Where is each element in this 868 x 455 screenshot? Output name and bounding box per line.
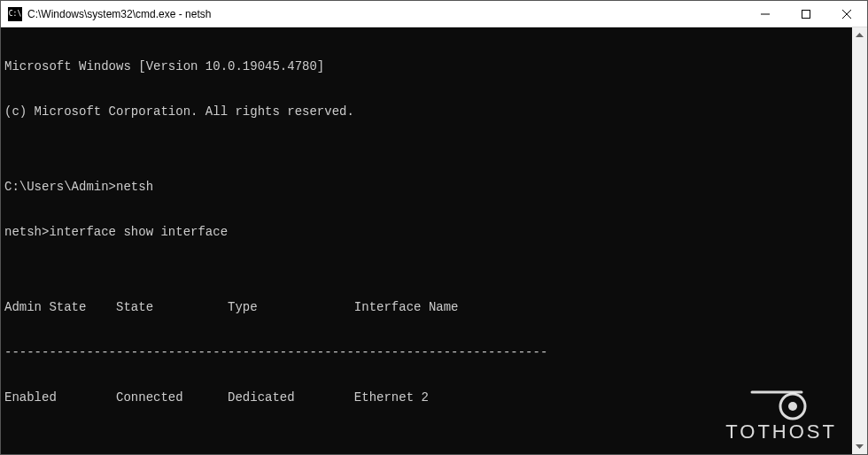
window-controls xyxy=(745,1,867,27)
titlebar: C:\ C:\Windows\system32\cmd.exe - netsh xyxy=(1,1,867,27)
scroll-up-icon[interactable] xyxy=(852,27,867,42)
minimize-button[interactable] xyxy=(745,1,786,27)
table-divider: ----------------------------------------… xyxy=(4,345,867,360)
scrollbar[interactable] xyxy=(852,27,867,454)
svg-point-6 xyxy=(788,402,797,411)
prompt-line: netsh>interface show interface xyxy=(4,225,867,240)
output-line: Microsoft Windows [Version 10.0.19045.47… xyxy=(4,59,867,74)
output-line: (c) Microsoft Corporation. All rights re… xyxy=(4,104,867,120)
cmd-icon: C:\ xyxy=(8,7,22,21)
close-button[interactable] xyxy=(826,1,867,27)
watermark-logo: TOTHOST xyxy=(725,389,837,443)
prompt-line: C:\Users\Admin>netsh xyxy=(4,180,867,195)
table-header: Admin State State Type Interface Name xyxy=(4,300,867,315)
scroll-down-icon[interactable] xyxy=(852,439,867,454)
maximize-button[interactable] xyxy=(786,1,826,27)
scrollbar-track[interactable] xyxy=(852,42,867,439)
svg-rect-1 xyxy=(802,10,810,18)
watermark-text: TOTHOST xyxy=(725,420,837,443)
window-title: C:\Windows\system32\cmd.exe - netsh xyxy=(27,8,745,20)
